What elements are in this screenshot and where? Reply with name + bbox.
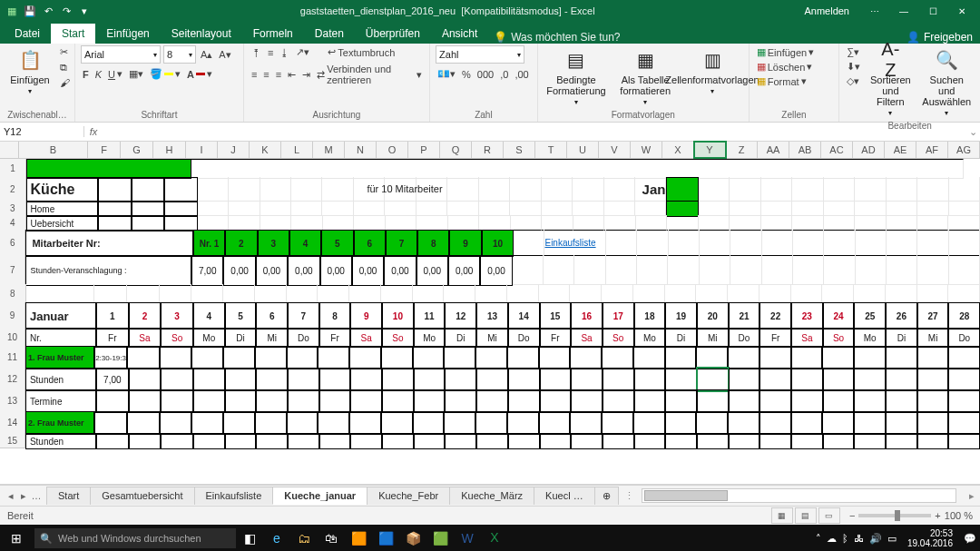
cell[interactable] [602, 411, 633, 435]
cell[interactable] [856, 230, 887, 256]
cell[interactable] [634, 389, 666, 413]
ribbon-tab-formeln[interactable]: Formeln [242, 24, 304, 44]
cell[interactable] [697, 433, 729, 449]
active-cell[interactable] [697, 368, 729, 391]
autosum-button[interactable]: ∑▾ [845, 45, 861, 59]
cell[interactable] [633, 346, 665, 369]
cell[interactable] [602, 284, 633, 303]
cell[interactable] [414, 368, 446, 391]
cell[interactable] [700, 255, 730, 285]
cell[interactable] [729, 368, 760, 391]
cell[interactable]: 9 [350, 302, 382, 330]
cell[interactable] [448, 215, 479, 231]
cell[interactable] [319, 433, 351, 449]
cell[interactable] [699, 177, 730, 202]
ribbon-tab-überprüfen[interactable]: Überprüfen [355, 24, 431, 44]
cell[interactable] [511, 215, 542, 231]
cell[interactable] [127, 346, 160, 369]
column-header[interactable]: B [19, 142, 88, 158]
cell[interactable] [728, 411, 760, 435]
cell[interactable] [606, 255, 637, 285]
cell[interactable]: 7 [288, 302, 319, 330]
cell[interactable] [854, 346, 886, 369]
cell[interactable]: Do [729, 328, 760, 348]
ribbon-tab-einfügen[interactable]: Einfügen [95, 24, 160, 44]
formula-expand-icon[interactable]: ⌄ [965, 126, 980, 138]
cell[interactable] [791, 433, 823, 449]
cell[interactable] [761, 201, 792, 216]
cell[interactable] [634, 433, 666, 449]
share-button[interactable]: 👤 Freigeben [906, 31, 973, 44]
cell[interactable] [414, 433, 446, 449]
worksheet-grid[interactable]: 12KücheJanfür 10 Mitarbeiter3Home4Uebers… [0, 159, 980, 485]
dec-decimal-button[interactable]: ,00 [513, 68, 530, 81]
cell[interactable]: 13 [476, 302, 508, 330]
taskbar-app4-icon[interactable]: 🟩 [426, 525, 454, 551]
cell[interactable] [633, 284, 665, 303]
cell[interactable]: Jan [635, 177, 666, 202]
column-header[interactable]: S [504, 142, 535, 158]
cell[interactable] [350, 368, 382, 391]
cell[interactable] [792, 177, 823, 202]
cell[interactable] [475, 411, 507, 435]
cell[interactable]: 23 [791, 302, 823, 330]
cell[interactable] [948, 368, 980, 391]
fill-color-button[interactable]: 🪣▾ [148, 67, 182, 81]
cell[interactable] [791, 346, 823, 369]
cell[interactable]: So [161, 328, 193, 348]
cell[interactable]: 21 [729, 302, 760, 330]
cell[interactable]: 3 [161, 302, 193, 330]
indent-dec-button[interactable]: ⇤ [286, 68, 298, 82]
cell[interactable] [386, 215, 416, 231]
cell[interactable] [445, 389, 476, 413]
cell[interactable] [225, 368, 257, 391]
cell[interactable] [665, 389, 697, 413]
cell[interactable] [354, 201, 385, 216]
cell[interactable] [510, 201, 541, 216]
cell[interactable]: Mo [854, 328, 886, 348]
sheet-tab[interactable]: Kueche_Febr [367, 487, 450, 505]
cell[interactable] [917, 230, 948, 256]
cell[interactable] [540, 389, 572, 413]
align-left-button[interactable]: ≡ [250, 68, 259, 81]
sheet-tab[interactable]: Kueche_März [449, 487, 534, 505]
cell[interactable]: Stunden-Veranschlagung : [25, 255, 191, 286]
column-header[interactable]: AG [948, 142, 980, 158]
sheet-nav-prev-icon[interactable]: ▸ [18, 490, 29, 502]
cell[interactable] [318, 284, 349, 303]
cell[interactable] [728, 346, 760, 369]
cell[interactable] [792, 215, 823, 231]
cell[interactable] [762, 230, 793, 256]
minimize-button[interactable]: — [891, 2, 916, 20]
cell[interactable] [98, 177, 131, 202]
row-header[interactable]: 14 [0, 411, 25, 434]
cell[interactable] [129, 368, 162, 391]
cell[interactable] [762, 255, 793, 285]
borders-button[interactable]: ▦▾ [127, 67, 145, 81]
cell[interactable]: Nr. [25, 328, 96, 348]
cell[interactable] [544, 255, 574, 285]
cell[interactable] [791, 411, 823, 435]
cell[interactable] [445, 368, 476, 391]
cell[interactable]: 0,00 [480, 255, 512, 286]
cell[interactable]: Mi [917, 328, 949, 348]
cell[interactable] [160, 411, 192, 435]
sheet-tab[interactable]: Start [46, 487, 91, 505]
cell[interactable] [288, 389, 319, 413]
cell[interactable] [160, 346, 192, 369]
taskbar-app3-icon[interactable]: 📦 [399, 525, 426, 551]
cell[interactable] [225, 433, 257, 449]
cell[interactable] [793, 230, 824, 256]
cell[interactable]: 0,00 [384, 255, 416, 286]
cell[interactable] [791, 284, 823, 303]
cell[interactable] [823, 389, 855, 413]
cell[interactable] [26, 159, 191, 179]
cell[interactable] [603, 433, 634, 449]
cell[interactable] [949, 201, 980, 216]
cell[interactable] [729, 389, 760, 413]
cell[interactable]: Fr [540, 328, 572, 348]
cell[interactable] [318, 411, 349, 435]
cell[interactable] [760, 346, 791, 369]
merge-center-button[interactable]: ⇄Verbinden und zentrieren▾ [315, 63, 424, 86]
tray-volume-icon[interactable]: 🔊 [869, 533, 882, 545]
